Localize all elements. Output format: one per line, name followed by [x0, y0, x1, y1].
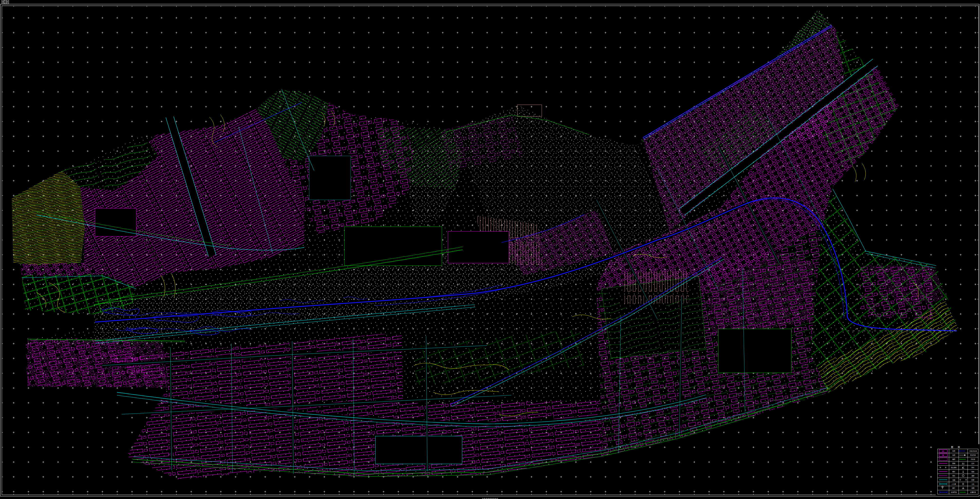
svg-text:筑房: 筑房	[953, 454, 955, 456]
svg-text:土屋状况: 土屋状况	[970, 491, 976, 493]
svg-text:人行桥: 人行桥	[951, 483, 956, 485]
svg-text:美丛: 美丛	[972, 467, 974, 468]
svg-text:砖: 砖	[942, 450, 944, 452]
svg-text:简: 简	[942, 454, 944, 456]
svg-text:图 例: 图 例	[951, 446, 962, 448]
svg-text:比例河流: 比例河流	[951, 491, 957, 493]
svg-text:河水方向: 河水方向	[970, 454, 976, 456]
svg-text:生长层: 生长层	[971, 459, 975, 460]
svg-text:路灯: 路灯	[953, 487, 955, 489]
svg-text:道路: 道路	[953, 479, 955, 481]
svg-text:花园: 花园	[972, 487, 974, 489]
svg-text:砖房: 砖房	[953, 450, 955, 452]
svg-text:成林: 成林	[972, 475, 975, 477]
svg-text:主板比列比例: 主板比列比例	[969, 450, 977, 452]
svg-text:村桥: 村桥	[971, 479, 974, 481]
svg-text:指南: 指南	[971, 471, 974, 472]
svg-text:立柱: 立柱	[972, 483, 974, 485]
svg-text:楼柱: 楼柱	[953, 471, 955, 472]
svg-text:挡土墙柱: 挡土墙柱	[951, 467, 957, 469]
svg-text:足丛: 足丛	[972, 463, 974, 464]
svg-text:围墙: 围墙	[953, 463, 955, 464]
svg-text:棚房: 棚房	[953, 458, 955, 460]
svg-text:管柱: 管柱	[953, 475, 955, 477]
